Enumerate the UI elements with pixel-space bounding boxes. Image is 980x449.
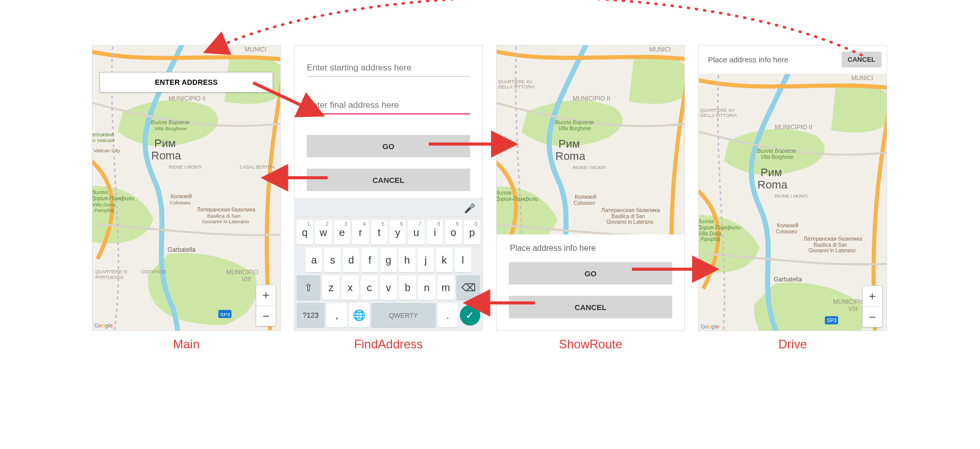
go-button[interactable]: GO (509, 262, 672, 285)
svg-text:MUNICIPIO II: MUNICIPIO II (573, 95, 610, 102)
svg-text:Дория-Памфили: Дория-Памфили (497, 196, 538, 202)
key-a[interactable]: a (306, 248, 322, 272)
svg-text:Колизей: Колизей (575, 194, 596, 200)
svg-text:Villa Borghese: Villa Borghese (558, 126, 592, 131)
key-m[interactable]: m (437, 275, 454, 300)
map-label: Garbatella (167, 246, 195, 253)
svg-text:Дория-Памфили: Дория-Памфили (699, 224, 741, 230)
svg-text:Вилла: Вилла (699, 218, 714, 224)
enter-address-button[interactable]: ENTER ADDRESS (100, 72, 273, 92)
svg-text:MUNICI: MUNICI (649, 46, 671, 53)
cancel-button[interactable]: CANCEL (307, 169, 470, 191)
keyboard-suggestion-bar: 🎤 (297, 200, 480, 217)
zoom-controls: + − (256, 285, 276, 326)
key-d[interactable]: d (343, 248, 359, 272)
map-label: Колизей (170, 193, 192, 199)
key-shift[interactable]: ⇧ (297, 275, 321, 300)
svg-text:DELLA VITTORIA: DELLA VITTORIA (498, 84, 535, 89)
svg-text:Colosseo: Colosseo (776, 229, 797, 234)
svg-text:MUNICIPIO II: MUNICIPIO II (775, 124, 812, 131)
mic-icon[interactable]: 🎤 (464, 203, 475, 214)
key-t[interactable]: 5t (371, 220, 387, 245)
map-label: VIII (241, 276, 251, 283)
key-z[interactable]: z (323, 275, 339, 300)
svg-text:SP3: SP3 (827, 318, 837, 323)
key-period[interactable]: . (438, 303, 458, 327)
svg-text:RIONE I MONTI: RIONE I MONTI (573, 165, 606, 170)
screen-main: Рим Roma MUNICIPIO II MUNICI Вилла Борге… (92, 45, 281, 331)
key-o[interactable]: 9o (445, 220, 461, 245)
key-j[interactable]: j (418, 248, 434, 272)
svg-text:Roma: Roma (555, 150, 585, 162)
key-y[interactable]: 6y (389, 220, 406, 245)
go-button[interactable]: GO (307, 135, 470, 157)
key-w[interactable]: 2w (315, 220, 331, 245)
map-label: MUNICIPIO (227, 269, 259, 276)
svg-text:Вилла Боргезе: Вилла Боргезе (757, 148, 796, 154)
screen-show-route: Рим Roma MUNICIPIO II MUNICI QUARTIERE X… (496, 45, 685, 331)
key-globe[interactable]: 🌐 (349, 303, 369, 327)
key-l[interactable]: l (455, 248, 471, 272)
map-label: RIONE I MONTI (168, 164, 202, 170)
key-s[interactable]: s (324, 248, 340, 272)
svg-text:Латеранская базилика: Латеранская базилика (601, 207, 660, 213)
key-c[interactable]: c (361, 275, 378, 300)
cancel-button[interactable]: CANCEL (842, 52, 881, 67)
map-label: CASAL BERTON (239, 164, 274, 170)
map-label: ei Vaticani (92, 137, 115, 143)
key-f[interactable]: f (361, 248, 378, 272)
map-label: атикана (92, 131, 114, 137)
map-label: Pamphilj (94, 207, 114, 213)
key-n[interactable]: n (418, 275, 435, 300)
map-label: QUARTIERE XI (95, 269, 128, 274)
key-k[interactable]: k (436, 248, 452, 272)
key-comma[interactable]: , (327, 303, 347, 327)
key-b[interactable]: b (399, 275, 416, 300)
map-label: Villa Doria (92, 202, 116, 207)
start-address-input[interactable] (307, 60, 470, 77)
svg-text:Рим: Рим (558, 137, 580, 150)
key-p[interactable]: 0p (464, 220, 480, 245)
key-e[interactable]: 3e (334, 220, 350, 245)
map-label: Латеранская базилика (197, 206, 256, 212)
map-label: Вилла Боргезе (151, 119, 189, 125)
svg-text:Латеранская базилика: Латеранская базилика (803, 235, 863, 242)
address-info-text: Place address info here (509, 244, 672, 253)
key-u[interactable]: 7u (408, 220, 424, 245)
key-r[interactable]: 4r (352, 220, 369, 245)
key-g[interactable]: g (380, 248, 397, 272)
on-screen-keyboard: 🎤 1q2w3e4r5t6y7u8i9o0p asdfghjkl ⇧zxcvbn… (295, 198, 482, 330)
map[interactable]: Рим Roma MUNICIPIO II MUNICI QUARTIERE X… (699, 74, 887, 331)
key-x[interactable]: x (341, 275, 358, 300)
map-label: Roma (151, 149, 181, 162)
key-space[interactable]: QWERTY (371, 303, 435, 327)
key-enter[interactable]: ✓ (460, 305, 480, 325)
zoom-out-button[interactable]: − (863, 306, 882, 327)
svg-text:Colosseo: Colosseo (574, 200, 595, 206)
map-label: Vatican City (93, 148, 120, 153)
svg-text:Giovanni in Laterano: Giovanni in Laterano (606, 219, 654, 225)
key-symbols[interactable]: ?123 (297, 303, 325, 327)
svg-text:Pamphilj: Pamphilj (700, 237, 720, 242)
svg-text:Basilica di San: Basilica di San (611, 214, 645, 219)
key-h[interactable]: h (399, 248, 415, 272)
zoom-out-button[interactable]: − (256, 305, 276, 326)
svg-text:Вилла Боргезе: Вилла Боргезе (555, 119, 594, 125)
svg-text:VIII: VIII (848, 305, 857, 313)
key-backspace[interactable]: ⌫ (456, 275, 480, 300)
zoom-in-button[interactable]: + (863, 286, 882, 306)
map[interactable]: Рим Roma MUNICIPIO II MUNICI QUARTIERE X… (497, 45, 684, 234)
svg-text:Garbatella: Garbatella (774, 276, 802, 283)
final-address-input[interactable] (307, 97, 470, 114)
map-label: Вилла (92, 189, 108, 195)
screen-label-drive: Drive (698, 337, 887, 351)
svg-text:Колизей: Колизей (777, 222, 798, 228)
map-label: MUNICIPIO II (168, 95, 206, 102)
zoom-in-button[interactable]: + (256, 285, 276, 305)
key-i[interactable]: 8i (427, 220, 443, 245)
key-v[interactable]: v (380, 275, 397, 300)
key-q[interactable]: 1q (297, 220, 313, 245)
cancel-button[interactable]: CANCEL (509, 296, 672, 318)
map-label: PORTUENSE (95, 275, 124, 280)
svg-text:MUNICIPIO: MUNICIPIO (833, 298, 865, 305)
